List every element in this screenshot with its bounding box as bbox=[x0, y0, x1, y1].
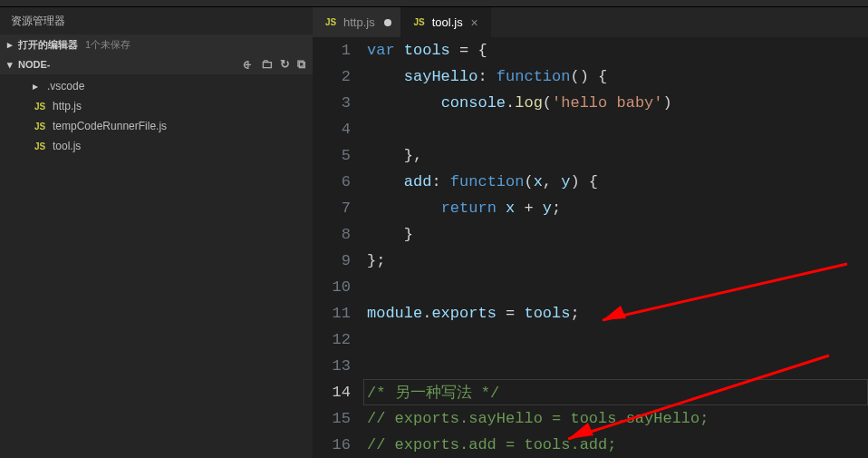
explorer-title: 资源管理器 bbox=[0, 7, 313, 34]
js-file-icon: JS bbox=[33, 102, 47, 112]
code-line[interactable]: add: function(x, y) { bbox=[367, 169, 868, 195]
close-icon[interactable]: × bbox=[468, 15, 481, 30]
file-tree: ▸.vscodeJShttp.jsJStempCodeRunnerFile.js… bbox=[0, 74, 313, 156]
code-line[interactable]: }; bbox=[367, 248, 868, 274]
js-file-icon: JS bbox=[323, 17, 338, 27]
explorer-toolbar: ⨭ 🗀 ↻ ⧉ bbox=[242, 57, 313, 72]
chevron-down-icon: ▾ bbox=[5, 59, 14, 71]
open-editors-header[interactable]: ▸ 打开的编辑器 1个未保存 bbox=[0, 34, 313, 54]
chevron-right-icon: ▸ bbox=[5, 39, 14, 51]
file-item[interactable]: JStempCodeRunnerFile.js bbox=[0, 116, 313, 136]
code-line[interactable]: }, bbox=[367, 142, 868, 169]
menu-bar[interactable] bbox=[0, 0, 868, 7]
folder-name: NODE- bbox=[18, 59, 50, 70]
open-editors-label: 打开的编辑器 bbox=[18, 38, 78, 52]
tab-bar: JShttp.jsJStool.js× bbox=[313, 7, 868, 37]
new-folder-icon[interactable]: 🗀 bbox=[261, 57, 273, 72]
code-line[interactable] bbox=[367, 116, 868, 142]
collapse-all-icon[interactable]: ⧉ bbox=[297, 57, 305, 72]
js-file-icon: JS bbox=[33, 122, 47, 132]
new-file-icon[interactable]: ⨭ bbox=[242, 57, 254, 72]
code-area[interactable]: 12345678910111213141516 var tools = { sa… bbox=[313, 37, 868, 458]
main-layout: 资源管理器 ▸ 打开的编辑器 1个未保存 ▾ NODE- ⨭ 🗀 ↻ ⧉ ▸.v… bbox=[0, 7, 868, 458]
file-item[interactable]: JShttp.js bbox=[0, 96, 313, 116]
tree-item-label: http.js bbox=[53, 100, 82, 112]
line-number-gutter: 12345678910111213141516 bbox=[313, 37, 367, 458]
editor-tab[interactable]: JStool.js× bbox=[401, 7, 491, 37]
tab-label: http.js bbox=[343, 15, 375, 29]
file-item[interactable]: JStool.js bbox=[0, 136, 313, 156]
sidebar-explorer: 资源管理器 ▸ 打开的编辑器 1个未保存 ▾ NODE- ⨭ 🗀 ↻ ⧉ ▸.v… bbox=[0, 7, 313, 458]
code-line[interactable]: // exports.add = tools.add; bbox=[367, 432, 868, 458]
code-line[interactable]: // exports.sayHello = tools.sayHello; bbox=[367, 405, 868, 432]
code-line[interactable]: module.exports = tools; bbox=[367, 300, 868, 326]
editor-tab[interactable]: JShttp.js bbox=[313, 7, 401, 37]
refresh-icon[interactable]: ↻ bbox=[280, 57, 290, 72]
code-line[interactable]: sayHello: function() { bbox=[367, 63, 868, 90]
folder-item[interactable]: ▸.vscode bbox=[0, 76, 313, 96]
code-line[interactable]: return x + y; bbox=[367, 195, 868, 221]
code-content[interactable]: var tools = { sayHello: function() { con… bbox=[367, 37, 868, 458]
tab-label: tool.js bbox=[432, 15, 463, 29]
folder-header[interactable]: ▾ NODE- ⨭ 🗀 ↻ ⧉ bbox=[0, 54, 313, 74]
code-line[interactable]: } bbox=[367, 221, 868, 248]
code-line[interactable]: var tools = { bbox=[367, 37, 868, 63]
tree-item-label: tempCodeRunnerFile.js bbox=[53, 120, 167, 132]
dirty-indicator-icon bbox=[384, 19, 391, 26]
editor-pane: JShttp.jsJStool.js× 12345678910111213141… bbox=[313, 7, 868, 458]
js-file-icon: JS bbox=[412, 17, 427, 27]
chevron-right-icon: ▸ bbox=[33, 80, 42, 93]
code-line[interactable] bbox=[367, 353, 868, 379]
unsaved-badge: 1个未保存 bbox=[85, 38, 130, 52]
tree-item-label: tool.js bbox=[53, 140, 81, 152]
tree-item-label: .vscode bbox=[47, 80, 84, 93]
js-file-icon: JS bbox=[33, 141, 47, 151]
code-line[interactable]: /* 另一种写法 */ bbox=[363, 379, 868, 405]
code-line[interactable]: console.log('hello baby') bbox=[367, 90, 868, 116]
code-line[interactable] bbox=[367, 326, 868, 353]
code-line[interactable] bbox=[367, 274, 868, 300]
